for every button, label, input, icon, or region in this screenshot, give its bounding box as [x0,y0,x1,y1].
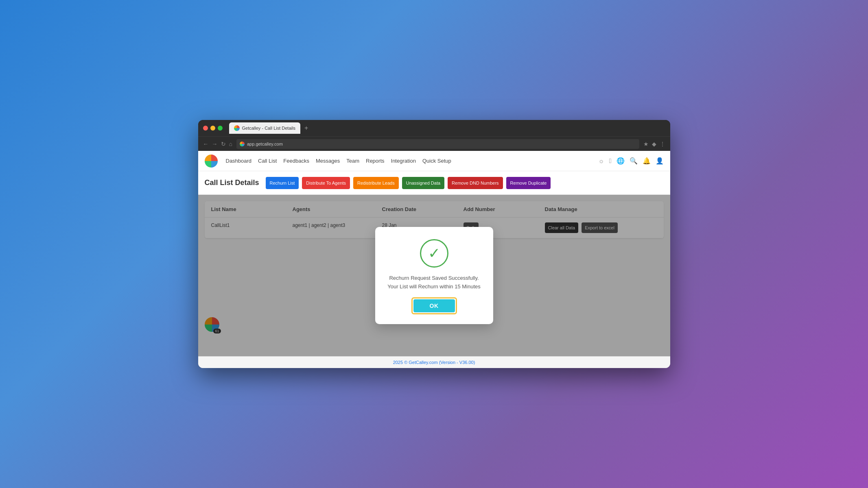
active-tab[interactable]: Getcalley - Call List Details [229,122,300,134]
modal-overlay: ✓ Rechurn Request Saved Successfully. Yo… [198,195,670,356]
footer: 2025 © GetCalley.com (Version - V36.00) [198,356,670,368]
modal-message: Rechurn Request Saved Successfully. Your… [387,274,481,291]
modal-message-line2: Your List will Rechurn within 15 Minutes [387,283,481,291]
address-bar: ← → ↻ ⌂ app.getcalley.com ★ ◆ ⋮ [198,136,670,151]
footer-version: (Version - V36.00) [439,360,475,365]
nav-team[interactable]: Team [346,156,359,166]
extensions-icon[interactable]: ◆ [652,141,656,147]
close-button[interactable] [203,126,208,131]
nav-messages[interactable]: Messages [316,156,340,166]
success-icon: ✓ [420,239,448,268]
url-text: app.getcalley.com [247,142,283,146]
nav-call-list[interactable]: Call List [258,156,277,166]
app-content: Dashboard Call List Feedbacks Messages T… [198,151,670,368]
nav-reports[interactable]: Reports [366,156,385,166]
ok-button[interactable]: OK [413,299,455,312]
bookmark-icon[interactable]: ★ [643,141,649,147]
light-icon[interactable]: ☼ [598,157,604,165]
url-bar[interactable]: app.getcalley.com [236,139,639,149]
back-button[interactable]: ← [203,141,209,147]
home-button[interactable]: ⌂ [229,141,232,147]
nav-integration[interactable]: Integration [391,156,416,166]
language-icon[interactable]: 🌐 [617,157,625,165]
tab-bar: Getcalley - Call List Details + [229,122,311,134]
minimize-button[interactable] [210,126,215,131]
traffic-lights [203,126,223,131]
apple-icon[interactable]:  [609,157,612,165]
url-favicon [240,142,245,146]
ok-button-wrapper: OK [411,297,457,314]
unassigned-data-button[interactable]: Unassigned Data [402,177,444,189]
distribute-agents-button[interactable]: Distribute To Agents [302,177,350,189]
search-icon[interactable]: 🔍 [630,157,638,165]
nav-quick-setup[interactable]: Quick Setup [422,156,451,166]
reload-button[interactable]: ↻ [221,141,226,147]
modal-message-line1: Rechurn Request Saved Successfully. [387,274,481,283]
more-icon[interactable]: ⋮ [660,141,665,147]
maximize-button[interactable] [218,126,223,131]
remove-dnd-button[interactable]: Remove DND Numbers [448,177,503,189]
nav-menu: Dashboard Call List Feedbacks Messages T… [226,156,451,166]
nav-feedbacks[interactable]: Feedbacks [283,156,309,166]
user-icon[interactable]: 👤 [656,157,664,165]
footer-text: 2025 © GetCalley.com [393,360,438,365]
nav-right: ☼  🌐 🔍 🔔 👤 [598,157,664,165]
address-actions: ★ ◆ ⋮ [643,141,665,147]
tab-favicon [234,125,240,131]
rechurn-list-button[interactable]: Rechurn List [266,177,299,189]
remove-duplicate-button[interactable]: Remove Duplicate [506,177,551,189]
forward-button[interactable]: → [212,141,218,147]
top-nav: Dashboard Call List Feedbacks Messages T… [198,151,670,171]
redistribute-leads-button[interactable]: Redistribute Leads [353,177,399,189]
success-modal: ✓ Rechurn Request Saved Successfully. Yo… [375,227,493,325]
page-title: Call List Details [205,179,259,187]
browser-window: Getcalley - Call List Details + ← → ↻ ⌂ … [198,120,670,368]
tab-title: Getcalley - Call List Details [242,126,295,131]
nav-buttons: ← → ↻ ⌂ [203,141,232,147]
toolbar: Call List Details Rechurn List Distribut… [198,171,670,195]
nav-dashboard[interactable]: Dashboard [226,156,252,166]
notification-icon[interactable]: 🔔 [643,157,651,165]
app-logo [205,155,218,168]
main-content: List Name Agents Creation Date Add Numbe… [198,195,670,356]
title-bar: Getcalley - Call List Details + [198,120,670,136]
new-tab-button[interactable]: + [302,124,310,132]
